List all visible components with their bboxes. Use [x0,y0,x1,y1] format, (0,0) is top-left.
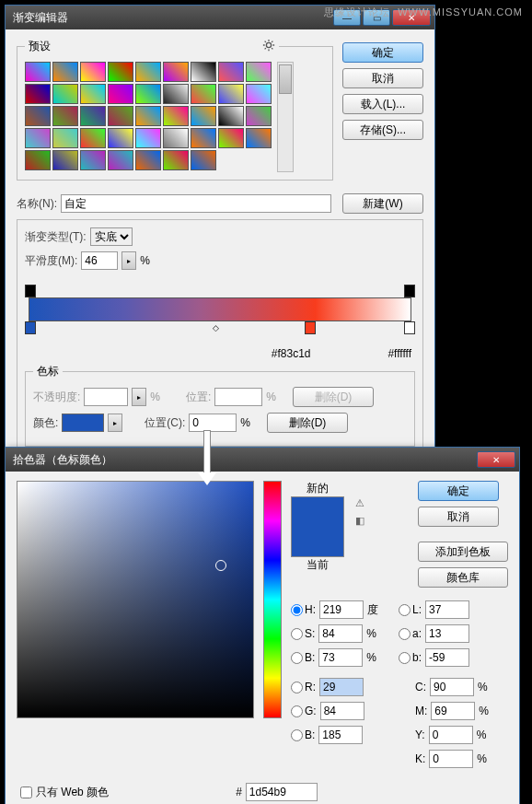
hex-input[interactable] [246,783,318,801]
delete-color-button[interactable]: 删除(D) [267,413,348,433]
color-picker-window: 拾色器（色标颜色） ✕ 新的 当前 ⚠ ◧ [5,447,520,804]
web-only-checkbox[interactable] [20,787,32,798]
opacity-label: 不透明度: [33,390,80,405]
presets-scrollbar[interactable] [277,62,294,172]
new-label: 新的 [291,481,344,496]
window-title: 渐变编辑器 [13,10,68,26]
position-label: 位置(C): [145,415,185,431]
g-input[interactable] [320,702,364,720]
lab-cmyk-column: L: a: b: C:% M:% Y:% K:% [399,600,492,774]
smoothness-label: 平滑度(M): [25,253,77,269]
smoothness-input[interactable] [81,251,118,270]
watermark-site: WWW.MISSYUAN.COM [398,6,523,17]
h-input[interactable] [319,600,364,619]
c-input[interactable] [430,678,474,696]
color-libs-button[interactable]: 颜色库 [418,567,508,588]
gradient-bar[interactable] [29,297,411,321]
stop-white-hex: #ffffff [387,347,411,360]
a-input[interactable] [425,624,469,643]
svg-point-0 [266,42,271,47]
r-input[interactable] [319,678,364,696]
ok-button[interactable]: 确定 [342,42,423,63]
hue-slider[interactable] [263,481,282,718]
gradient-type-label: 渐变类型(T): [25,229,87,245]
preset-swatches[interactable] [25,62,273,172]
smoothness-spinner[interactable]: ▸ [121,251,136,270]
gradient-preview-area: ◇ #f83c1d #ffffff [29,285,411,360]
saturation-value-field[interactable] [17,481,254,718]
color-preview [291,496,344,557]
hsb-rgb-column: H:度 S:% B:% R: G: B: [291,600,382,774]
r-radio[interactable] [291,682,303,693]
l-radio[interactable] [399,604,411,616]
stops-label: 色标 [33,364,63,379]
gradient-type-select[interactable]: 实底 [90,227,133,246]
delete-opacity-button: 删除(D) [293,387,374,407]
k-input[interactable] [429,750,473,768]
picker-title: 拾色器（色标颜色） [13,452,112,468]
web-only-label: 只有 Web 颜色 [36,785,109,800]
b-input[interactable] [318,648,363,667]
picker-cancel-button[interactable]: 取消 [418,507,499,527]
gradient-settings: 渐变类型(T): 实底 平滑度(M): ▸ % ◇ [17,219,423,462]
y-input[interactable] [429,726,473,744]
save-button[interactable]: 存储(S)... [342,120,423,140]
add-swatch-button[interactable]: 添加到色板 [418,542,508,562]
name-label: 名称(N): [17,196,57,212]
g-radio[interactable] [291,705,303,717]
bb-radio[interactable] [291,729,303,741]
a-radio[interactable] [399,628,411,640]
lab-b-input[interactable] [425,648,469,667]
presets-fieldset: 预设 [17,39,333,181]
s-radio[interactable] [291,628,303,640]
location-label: 位置: [186,390,211,405]
stop-red-hex: #f83c1d [272,347,311,360]
new-button[interactable]: 新建(W) [342,193,423,214]
position-input[interactable] [189,414,237,432]
picker-titlebar[interactable]: 拾色器（色标颜色） ✕ [6,448,519,472]
cube-icon[interactable]: ◧ [355,515,364,527]
h-radio[interactable] [291,604,303,616]
picker-ok-button[interactable]: 确定 [418,481,499,501]
lab-b-radio[interactable] [399,652,411,664]
cancel-button[interactable]: 取消 [342,68,423,88]
warning-icon[interactable]: ⚠ [355,497,364,509]
gradient-editor-window: 渐变编辑器 — ▭ ✕ 预设 [5,5,435,480]
s-input[interactable] [318,624,363,643]
bb-input[interactable] [318,726,363,744]
color-picker-arrow[interactable]: ▸ [108,414,122,432]
right-buttons: 确定 取消 载入(L)... 存储(S)... [342,39,423,188]
opacity-input [84,388,128,406]
picker-close-button[interactable]: ✕ [477,451,515,468]
b-radio[interactable] [291,652,303,664]
opacity-stops[interactable] [29,285,411,297]
location-input [214,388,262,406]
annotation-arrow [198,430,216,485]
midpoint-icon[interactable]: ◇ [213,323,219,332]
name-input[interactable] [61,194,331,213]
l-input[interactable] [425,600,469,619]
hex-label: # [236,786,242,798]
color-stops[interactable]: ◇ [29,321,411,334]
percent-label: % [140,254,150,267]
opacity-spinner: ▸ [132,388,146,406]
color-label: 颜色: [33,415,58,431]
m-input[interactable] [431,702,475,720]
gear-icon[interactable] [262,39,275,52]
load-button[interactable]: 载入(L)... [342,94,423,114]
color-swatch[interactable] [62,414,104,432]
current-label: 当前 [291,557,344,573]
watermark-forum: 思缘设计论坛 [324,6,390,17]
presets-label: 预设 [29,40,51,52]
stops-fieldset: 色标 不透明度: ▸ % 位置: % 删除(D) 颜色: ▸ [25,364,415,447]
sv-cursor[interactable] [215,560,226,571]
